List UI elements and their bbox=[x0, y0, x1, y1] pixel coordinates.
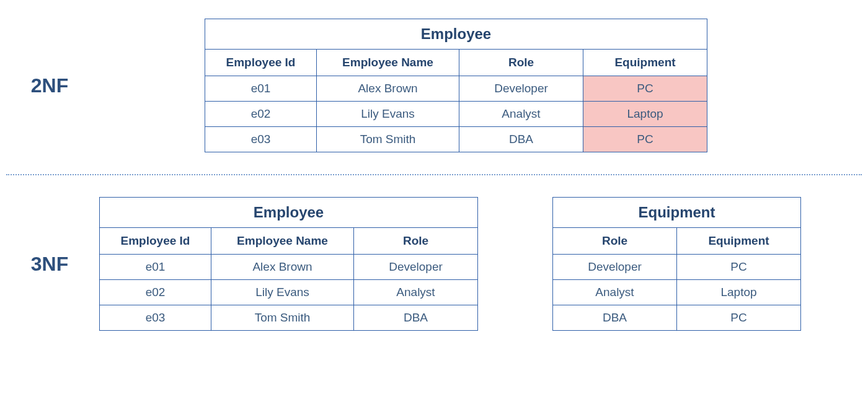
cell-name: Tom Smith bbox=[317, 127, 459, 152]
cell-equipment: PC bbox=[677, 305, 801, 331]
col-header-equipment: Equipment bbox=[677, 228, 801, 255]
table-row: e01 Alex Brown Developer bbox=[100, 255, 478, 280]
cell-role: Analyst bbox=[354, 280, 478, 305]
cell-role: DBA bbox=[459, 127, 583, 152]
cell-id: e03 bbox=[205, 127, 317, 152]
cell-role: Developer bbox=[553, 255, 677, 280]
label-3nf: 3NF bbox=[0, 253, 99, 276]
table-row: DBA PC bbox=[553, 305, 801, 331]
table-equipment-3nf: Equipment Role Equipment Developer PC An… bbox=[552, 197, 801, 331]
cell-role: DBA bbox=[354, 305, 478, 331]
cell-name: Lily Evans bbox=[317, 102, 459, 127]
cell-equipment-highlighted: PC bbox=[583, 127, 707, 152]
cell-equipment: Laptop bbox=[677, 280, 801, 305]
cell-id: e02 bbox=[205, 102, 317, 127]
col-header-name: Employee Name bbox=[317, 50, 459, 76]
cell-name: Tom Smith bbox=[211, 305, 354, 331]
table-title: Employee bbox=[100, 198, 478, 228]
cell-id: e03 bbox=[100, 305, 211, 331]
table-row: e03 Tom Smith DBA bbox=[100, 305, 478, 331]
tables-3nf: Employee Employee Id Employee Name Role … bbox=[99, 197, 801, 331]
table-row: e02 Lily Evans Analyst bbox=[100, 280, 478, 305]
table-title: Employee bbox=[205, 19, 707, 50]
col-header-role: Role bbox=[459, 50, 583, 76]
col-header-role: Role bbox=[553, 228, 677, 255]
cell-role: Analyst bbox=[459, 102, 583, 127]
cell-role: Developer bbox=[459, 76, 583, 102]
section-2nf: 2NF Employee Employee Id Employee Name R… bbox=[0, 0, 868, 174]
label-2nf: 2NF bbox=[0, 74, 99, 97]
table-employee-3nf: Employee Employee Id Employee Name Role … bbox=[99, 197, 478, 331]
cell-id: e02 bbox=[100, 280, 211, 305]
col-header-id: Employee Id bbox=[205, 50, 317, 76]
table-title: Equipment bbox=[553, 198, 801, 228]
table-row: Analyst Laptop bbox=[553, 280, 801, 305]
section-3nf: 3NF Employee Employee Id Employee Name R… bbox=[0, 175, 868, 349]
tables-2nf: Employee Employee Id Employee Name Role … bbox=[205, 19, 707, 152]
table-row: e03 Tom Smith DBA PC bbox=[205, 127, 707, 152]
cell-name: Alex Brown bbox=[211, 255, 354, 280]
table-row: Developer PC bbox=[553, 255, 801, 280]
cell-equipment-highlighted: Laptop bbox=[583, 102, 707, 127]
col-header-name: Employee Name bbox=[211, 228, 354, 255]
cell-equipment-highlighted: PC bbox=[583, 76, 707, 102]
cell-id: e01 bbox=[205, 76, 317, 102]
table-employee-2nf: Employee Employee Id Employee Name Role … bbox=[205, 19, 707, 152]
col-header-equipment: Equipment bbox=[583, 50, 707, 76]
cell-role: Developer bbox=[354, 255, 478, 280]
cell-name: Lily Evans bbox=[211, 280, 354, 305]
table-row: e02 Lily Evans Analyst Laptop bbox=[205, 102, 707, 127]
cell-id: e01 bbox=[100, 255, 211, 280]
table-row: e01 Alex Brown Developer PC bbox=[205, 76, 707, 102]
cell-name: Alex Brown bbox=[317, 76, 459, 102]
cell-equipment: PC bbox=[677, 255, 801, 280]
col-header-id: Employee Id bbox=[100, 228, 211, 255]
col-header-role: Role bbox=[354, 228, 478, 255]
cell-role: DBA bbox=[553, 305, 677, 331]
cell-role: Analyst bbox=[553, 280, 677, 305]
